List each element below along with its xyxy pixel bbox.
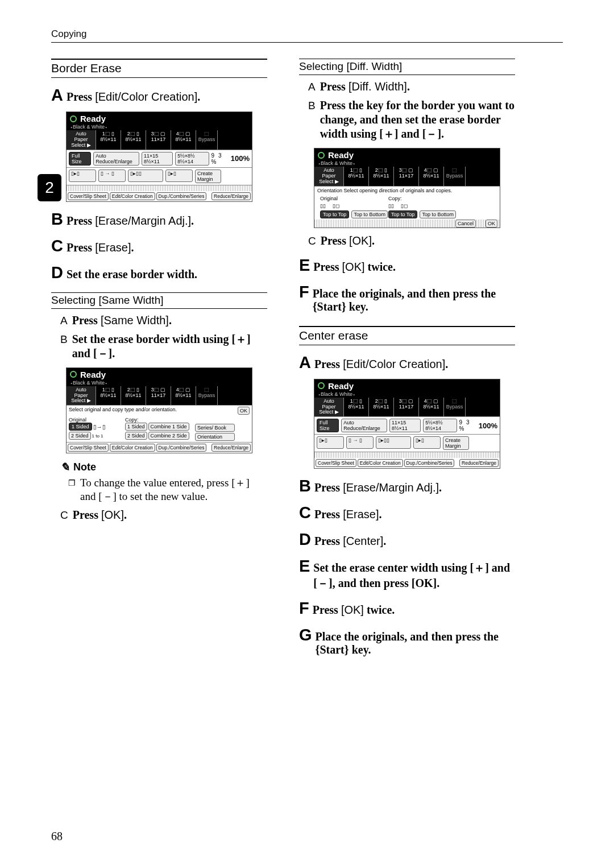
step-letter-e: E: [299, 256, 310, 275]
scr4-r1[interactable]: 11×15 8½×11: [389, 419, 421, 432]
scr3-cancel[interactable]: Cancel: [455, 220, 476, 228]
scr2-t4[interactable]: 4⬚ ▢ 8½×11: [171, 386, 196, 406]
scr3-ok[interactable]: OK: [486, 220, 497, 228]
note-text: To change the value entered, press [＋] a…: [80, 476, 267, 503]
scr4-ap[interactable]: Auto Paper Select ▶: [314, 398, 344, 417]
scr-foot2[interactable]: Edit/Color Creation: [110, 192, 155, 200]
scr2-cmb2[interactable]: Combine 2 Side: [148, 432, 189, 440]
scr-ratio2[interactable]: 5½×8½ 8½×14: [175, 152, 209, 166]
c-btn: [Erase]: [95, 241, 131, 254]
step-letter: A: [51, 86, 63, 105]
scr2-f3[interactable]: Dup./Combine/Series: [156, 444, 207, 452]
scr-bypass[interactable]: ⬚ Bypass: [196, 130, 218, 150]
scr2-by[interactable]: ⬚ Bypass: [196, 386, 218, 406]
scr2-1s[interactable]: 1 Sided: [69, 423, 92, 431]
scr4-f4[interactable]: Reduce/Enlarge: [459, 459, 499, 467]
scr3-ready: Ready: [328, 150, 354, 160]
scr4-th1[interactable]: ▯▸▯: [317, 436, 344, 449]
scr-tray4[interactable]: 4⬚ ▢ 8½×11: [171, 130, 196, 150]
ra-suffix: .: [407, 80, 410, 93]
step-letter-b: B: [51, 210, 63, 229]
scr-thumb3[interactable]: ▯▸▯▯: [128, 170, 163, 182]
scr3-t3[interactable]: 3⬚ ▢ 11×17: [394, 167, 419, 186]
s2g-text: Place the originals, and then press the …: [316, 630, 515, 656]
scr3-tb1[interactable]: Top to Bottom: [351, 210, 388, 218]
scr-foot3[interactable]: Dup./Combine/Series: [156, 192, 207, 200]
scr4-ar[interactable]: Auto Reduce/Enlarge: [341, 419, 387, 432]
scr3-t4[interactable]: 4⬚ ▢ 8½×11: [419, 167, 444, 186]
scr-thumb1[interactable]: ▯▸▯: [69, 170, 96, 182]
scr2-orient-row: Select original and copy type and/or ori…: [69, 407, 177, 415]
e-btn: [OK]: [342, 261, 365, 273]
scr2-f4[interactable]: Reduce/Enlarge: [211, 444, 251, 452]
scr3-t2[interactable]: 2⬚ ▯ 8½×11: [369, 167, 394, 186]
r-substep-c: C Press [OK].: [308, 234, 515, 248]
scr2-sb[interactable]: Series/ Book: [195, 424, 235, 432]
step-d: D Set the erase border width.: [51, 263, 267, 282]
scr-thumb2[interactable]: ▯ → ▯: [98, 170, 126, 182]
scr4-t2[interactable]: 2⬚ ▯ 8½×11: [369, 398, 394, 417]
scr3-tb2[interactable]: Top to Bottom: [420, 210, 456, 218]
scr3-ap[interactable]: Auto Paper Select ▶: [314, 167, 344, 186]
sc-prefix: Press: [73, 509, 101, 521]
scr-tray1[interactable]: 1⬚ ▯ 8½×11: [96, 130, 121, 150]
scr4-f3[interactable]: Dup./Combine/Series: [404, 459, 455, 467]
scr4-r2[interactable]: 5½×8½ 8½×14: [423, 419, 457, 432]
scr-ready: Ready: [80, 114, 106, 123]
side-tab: 2: [38, 174, 61, 201]
step-f: F Place the originals, and then press th…: [299, 283, 515, 313]
scr2-t2[interactable]: 2⬚ ▯ 8½×11: [121, 386, 146, 406]
scr-fullsize[interactable]: Full Size: [69, 152, 91, 166]
screenshot-3: Ready ⬩Black & White⬩ Auto Paper Select …: [314, 148, 500, 228]
scr-autore[interactable]: Auto Reduce/Enlarge: [93, 152, 139, 166]
scr3-by[interactable]: ⬚ Bypass: [444, 167, 466, 186]
scr2-ok[interactable]: OK: [238, 407, 250, 415]
step-b: B Press [Erase/Margin Adj.].: [51, 210, 267, 229]
scr4-t1[interactable]: 1⬚ ▯ 8½×11: [344, 398, 369, 417]
scr3-tt1[interactable]: Top to Top: [320, 210, 349, 218]
scr2-copy: Copy:: [125, 417, 193, 423]
scr-foot1[interactable]: Cover/Slip Sheet: [68, 192, 109, 200]
s2-letter-c: C: [299, 503, 311, 522]
scr2-t1[interactable]: 1⬚ ▯ 8½×11: [96, 386, 121, 406]
scr4-fs[interactable]: Full Size: [317, 419, 339, 432]
r-sub-b-text: Press the key for the border you want to…: [320, 98, 515, 141]
scr2-2s[interactable]: 2 Sided: [69, 432, 91, 440]
rc-suffix: .: [372, 234, 375, 247]
scr4-th3[interactable]: ▯▸▯▯: [376, 436, 411, 449]
scr-thumb4[interactable]: ▯▸▯: [165, 170, 193, 182]
scr4-th4[interactable]: ▯▸▯: [413, 436, 441, 449]
s2-letter-d: D: [299, 530, 311, 549]
scr2-ap[interactable]: Auto Paper Select ▶: [67, 386, 96, 406]
s2-step-c: C Press [Erase].: [299, 503, 515, 522]
s2f-b: [OK]: [341, 604, 364, 616]
scr2-f1[interactable]: Cover/Slip Sheet: [68, 444, 109, 452]
scr4-f2[interactable]: Edit/Color Creation: [358, 459, 403, 467]
scr3-tt2[interactable]: Top to Top: [388, 210, 417, 218]
scr3-t1[interactable]: 1⬚ ▯ 8½×11: [344, 167, 369, 186]
scr4-t3[interactable]: 3⬚ ▢ 11×17: [394, 398, 419, 417]
scr-auto-paper[interactable]: Auto Paper Select ▶: [67, 130, 96, 150]
scr-ratio1[interactable]: 11×15 8½×11: [142, 152, 173, 166]
scr2-cmb1[interactable]: Combine 1 Side: [148, 423, 189, 431]
scr4-f1[interactable]: Cover/Slip Sheet: [316, 459, 356, 467]
scr-tray3[interactable]: 3⬚ ▢ 11×17: [146, 130, 171, 150]
r-sub-b-letter: B: [308, 100, 316, 112]
scr2-t3[interactable]: 3⬚ ▢ 11×17: [146, 386, 171, 406]
scr-tray2[interactable]: 2⬚ ▯ 8½×11: [121, 130, 146, 150]
scr2-orn[interactable]: Orientation: [195, 433, 235, 441]
scr-foot4[interactable]: Reduce/Enlarge: [211, 192, 251, 200]
s2-letter-a: A: [299, 353, 311, 372]
c-prefix: Press: [67, 241, 95, 254]
scr4-by[interactable]: ⬚ Bypass: [444, 398, 466, 417]
scr2-c1s[interactable]: 1 Sided: [125, 423, 147, 431]
scr2-f2[interactable]: Edit/Color Creation: [110, 444, 155, 452]
scr4-ready: Ready: [328, 381, 354, 391]
scr2-c2s[interactable]: 2 Sided: [125, 432, 147, 440]
scr-create-margin[interactable]: Create Margin: [195, 170, 221, 183]
scr4-th2[interactable]: ▯ → ▯: [346, 436, 374, 449]
scr4-cm[interactable]: Create Margin: [443, 436, 469, 450]
scr4-t4[interactable]: 4⬚ ▢ 8½×11: [419, 398, 444, 417]
same-width-heading: Selecting [Same Width]: [51, 292, 267, 309]
orient-icon4: ▯◻: [401, 203, 408, 209]
